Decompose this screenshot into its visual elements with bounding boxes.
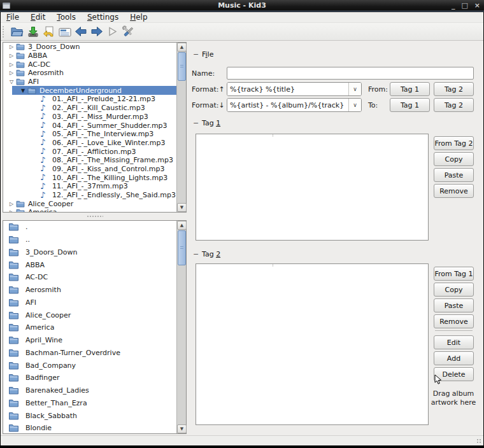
format-down-combobox[interactable]: ∨ bbox=[227, 98, 362, 112]
menu-file[interactable]: File bbox=[1, 12, 25, 22]
tree-item-track[interactable]: ♪04._AFI_-_Summer_Shudder.mp3 bbox=[3, 121, 176, 130]
tag2-add-button[interactable]: Add bbox=[434, 351, 474, 365]
expander-icon[interactable]: ▷ bbox=[7, 60, 16, 69]
expander-icon[interactable]: ▷ bbox=[7, 52, 16, 60]
tree-item-track[interactable]: ♪09._AFI_-_Kiss_and_Control.mp3 bbox=[3, 165, 176, 174]
to-tag-1-button[interactable]: Tag 1 bbox=[390, 98, 430, 112]
dir-item[interactable]: April_Wine bbox=[3, 334, 176, 347]
format-up-combobox[interactable]: ∨ bbox=[227, 82, 362, 96]
minimize-button[interactable]: _ bbox=[452, 3, 455, 9]
collapse-indicator-icon[interactable]: − bbox=[193, 50, 202, 59]
tree-item-track[interactable]: ♪05._AFI_-_The_Interview.mp3 bbox=[3, 130, 176, 139]
maximize-button[interactable]: □ bbox=[461, 3, 467, 9]
menu-help[interactable]: Help bbox=[124, 12, 153, 22]
tag2-remove-button[interactable]: Remove bbox=[434, 314, 474, 328]
dir-item[interactable]: AFI bbox=[3, 297, 176, 309]
collapse-indicator-icon[interactable]: − bbox=[193, 250, 202, 258]
tag2-paste-button[interactable]: Paste bbox=[434, 298, 474, 312]
tag1-section-header[interactable]: − Tag 1 bbox=[193, 119, 220, 127]
dir-item[interactable]: Blondie bbox=[3, 422, 176, 433]
menu-tools[interactable]: Tools bbox=[51, 12, 82, 22]
tag2-edit-button[interactable]: Edit bbox=[434, 335, 474, 349]
directory-list-scrollbar[interactable]: ▲ ▼ bbox=[176, 221, 186, 433]
toolbar-drag-handle[interactable] bbox=[2, 25, 5, 38]
dir-item[interactable]: America bbox=[3, 321, 176, 334]
open-folder-icon[interactable] bbox=[9, 24, 25, 39]
tree-item-folder[interactable]: ▷Aerosmith bbox=[3, 69, 176, 78]
tree-item-track[interactable]: ♪11._AFI_-_37mm.mp3 bbox=[3, 182, 176, 191]
scroll-up-icon[interactable]: ▲ bbox=[177, 221, 187, 230]
menu-settings[interactable]: Settings bbox=[82, 12, 124, 22]
tree-item-track[interactable]: ♪10._AFI_-_The_Killing_Lights.mp3 bbox=[3, 173, 176, 182]
directory-list[interactable]: ...3_Doors_DownABBAAC-DCAerosmithAFIAlic… bbox=[3, 221, 176, 433]
expander-icon[interactable]: ▷ bbox=[7, 69, 16, 77]
settings-icon[interactable] bbox=[120, 24, 136, 39]
resize-grip[interactable] bbox=[476, 438, 481, 444]
format-down-input[interactable] bbox=[227, 99, 348, 111]
dir-item[interactable]: Black_Sabbath bbox=[3, 409, 176, 422]
tree-item-track[interactable]: ♪06._AFI_-_Love_Like_Winter.mp3 bbox=[3, 139, 176, 148]
scroll-up-icon[interactable]: ▲ bbox=[177, 43, 187, 52]
tree-item-track[interactable]: ♪12._AFI_-_Endlessly,_She_Said.mp3 bbox=[3, 191, 176, 200]
format-up-input[interactable] bbox=[227, 83, 348, 95]
expander-icon[interactable]: ▷ bbox=[7, 43, 16, 51]
collapse-indicator-icon[interactable]: − bbox=[193, 119, 202, 127]
expander-icon[interactable]: ▷ bbox=[7, 200, 16, 208]
dir-item[interactable]: AC-DC bbox=[3, 271, 176, 284]
scroll-down-icon[interactable]: ▼ bbox=[177, 203, 187, 212]
tree-item-folder[interactable]: ▷ABBA bbox=[3, 52, 176, 60]
dir-item[interactable]: Badfinger bbox=[3, 372, 176, 384]
tag1-from-tag-2-button[interactable]: From Tag 2 bbox=[434, 136, 474, 150]
name-input[interactable] bbox=[227, 67, 474, 80]
dir-item[interactable]: Better_Than_Ezra bbox=[3, 397, 176, 410]
splitter-grip[interactable] bbox=[87, 215, 103, 218]
tag2-copy-button[interactable]: Copy bbox=[434, 283, 474, 297]
tree-item-folder[interactable]: ▼DecemberUnderground bbox=[3, 86, 176, 95]
title-bar[interactable]: Music - Kid3 _ □ × bbox=[0, 0, 484, 11]
back-icon[interactable] bbox=[73, 24, 89, 39]
dir-item[interactable]: Bachman-Turner_Overdrive bbox=[3, 347, 176, 360]
tree-item-track[interactable]: ♪08._AFI_-_The_Missing_Frame.mp3 bbox=[3, 156, 176, 165]
tag1-remove-button[interactable]: Remove bbox=[434, 184, 474, 198]
tag1-paste-button[interactable]: Paste bbox=[434, 168, 474, 182]
scroll-down-icon[interactable]: ▼ bbox=[177, 424, 187, 433]
close-button[interactable]: × bbox=[474, 3, 480, 9]
file-tree[interactable]: ▷3_Doors_Down▷ABBA▷AC-DC▷Aerosmith▽AFI▼D… bbox=[3, 43, 176, 212]
from-tag-2-button[interactable]: Tag 2 bbox=[434, 82, 474, 96]
forward-icon[interactable] bbox=[89, 24, 104, 39]
dir-item[interactable]: Aerosmith bbox=[3, 284, 176, 297]
tag2-fields-table[interactable] bbox=[196, 263, 429, 425]
menu-edit[interactable]: Edit bbox=[25, 12, 51, 22]
dir-item[interactable]: .. bbox=[3, 234, 176, 246]
tree-item-folder[interactable]: ▷America bbox=[3, 208, 176, 212]
expander-icon[interactable]: ▷ bbox=[7, 208, 16, 212]
tree-item-track[interactable]: ♪07._AFI_-_Affliction.mp3 bbox=[3, 147, 176, 156]
dir-item[interactable]: Barenaked_Ladies bbox=[3, 384, 176, 397]
tag2-section-header[interactable]: − Tag 2 bbox=[193, 250, 220, 258]
chevron-down-icon[interactable]: ∨ bbox=[348, 83, 361, 95]
tree-item-folder[interactable]: ▷3_Doors_Down bbox=[3, 43, 176, 52]
artwork-drop-hint[interactable]: Drag album artwork here bbox=[431, 389, 476, 407]
tree-item-folder[interactable]: ▷Alice_Cooper bbox=[3, 199, 176, 208]
expander-icon[interactable]: ▽ bbox=[7, 78, 16, 86]
from-tag-1-button[interactable]: Tag 1 bbox=[390, 82, 430, 96]
panel-splitter[interactable] bbox=[3, 213, 187, 220]
play-icon[interactable] bbox=[104, 24, 120, 39]
dir-item[interactable]: Alice_Cooper bbox=[3, 309, 176, 321]
playlist-icon[interactable] bbox=[57, 24, 73, 39]
tree-item-track[interactable]: ♪01._AFI_-_Prelude_12-21.mp3 bbox=[3, 95, 176, 104]
tree-item-folder[interactable]: ▷AC-DC bbox=[3, 60, 176, 69]
chevron-down-icon[interactable]: ∨ bbox=[348, 99, 361, 111]
save-icon[interactable] bbox=[25, 24, 41, 39]
tag2-from-tag-1-button[interactable]: From Tag 1 bbox=[434, 267, 474, 281]
tree-item-folder[interactable]: ▽AFI bbox=[3, 78, 176, 87]
tag1-copy-button[interactable]: Copy bbox=[434, 152, 474, 166]
expander-icon[interactable]: ▼ bbox=[18, 87, 27, 95]
scrollbar-thumb[interactable] bbox=[178, 52, 186, 81]
scrollbar-thumb[interactable] bbox=[178, 230, 186, 265]
dir-item[interactable]: Bad_Company bbox=[3, 359, 176, 372]
tag1-fields-table[interactable] bbox=[196, 134, 429, 241]
tree-item-track[interactable]: ♪03._AFI_-_Miss_Murder.mp3 bbox=[3, 113, 176, 122]
file-tree-scrollbar[interactable]: ▲ ▼ bbox=[176, 43, 186, 212]
revert-icon[interactable] bbox=[41, 24, 57, 39]
